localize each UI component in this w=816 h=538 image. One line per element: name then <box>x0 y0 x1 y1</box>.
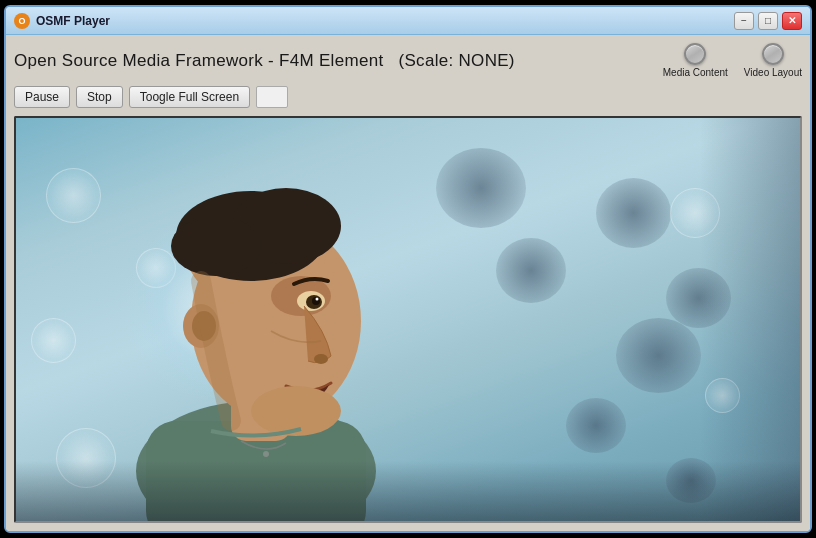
video-layout-radio[interactable] <box>762 43 784 65</box>
media-title-area: Open Source Media Framework - F4M Elemen… <box>14 51 515 71</box>
wall-mark-3 <box>616 318 701 393</box>
video-layout-radio-item: Video Layout <box>744 43 802 78</box>
stop-button[interactable]: Stop <box>76 86 123 108</box>
color-swatch <box>256 86 288 108</box>
app-window: O OSMF Player − □ ✕ Open Source Media Fr… <box>4 5 812 533</box>
svg-point-14 <box>316 298 319 301</box>
wall-mark-5 <box>596 178 671 248</box>
restore-button[interactable]: □ <box>758 12 778 30</box>
wall-mark-4 <box>566 398 626 453</box>
fullscreen-button[interactable]: Toogle Full Screen <box>129 86 250 108</box>
app-icon: O <box>14 13 30 29</box>
svg-point-17 <box>263 451 269 457</box>
video-layout-label: Video Layout <box>744 67 802 78</box>
close-button[interactable]: ✕ <box>782 12 802 30</box>
minimize-button[interactable]: − <box>734 12 754 30</box>
media-title: Open Source Media Framework - F4M Elemen… <box>14 51 515 70</box>
media-content-radio-item: Media Content <box>663 43 728 78</box>
window-controls: − □ ✕ <box>734 12 802 30</box>
window-content: Open Source Media Framework - F4M Elemen… <box>6 35 810 531</box>
media-content-label: Media Content <box>663 67 728 78</box>
svg-point-15 <box>314 354 328 364</box>
title-bar: O OSMF Player − □ ✕ <box>6 7 810 35</box>
top-bar: Open Source Media Framework - F4M Elemen… <box>14 43 802 78</box>
controls-bar: Pause Stop Toogle Full Screen <box>14 86 802 108</box>
pause-button[interactable]: Pause <box>14 86 70 108</box>
video-frame <box>16 118 800 521</box>
svg-point-7 <box>171 216 261 276</box>
bottom-shadow <box>16 461 800 521</box>
video-container <box>14 116 802 523</box>
window-title: OSMF Player <box>36 14 734 28</box>
radio-controls: Media Content Video Layout <box>663 43 802 78</box>
media-content-radio[interactable] <box>684 43 706 65</box>
